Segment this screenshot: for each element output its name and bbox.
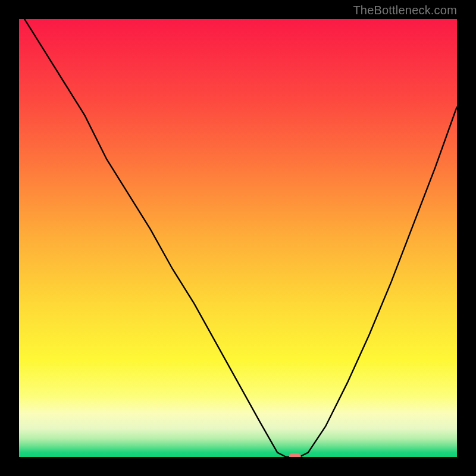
bottleneck-chart <box>19 19 457 457</box>
attribution-label: TheBottleneck.com <box>353 4 457 17</box>
gradient-background <box>19 19 457 457</box>
plot-area <box>19 19 457 457</box>
chart-frame: TheBottleneck.com <box>0 0 476 476</box>
current-config-marker <box>289 453 301 457</box>
